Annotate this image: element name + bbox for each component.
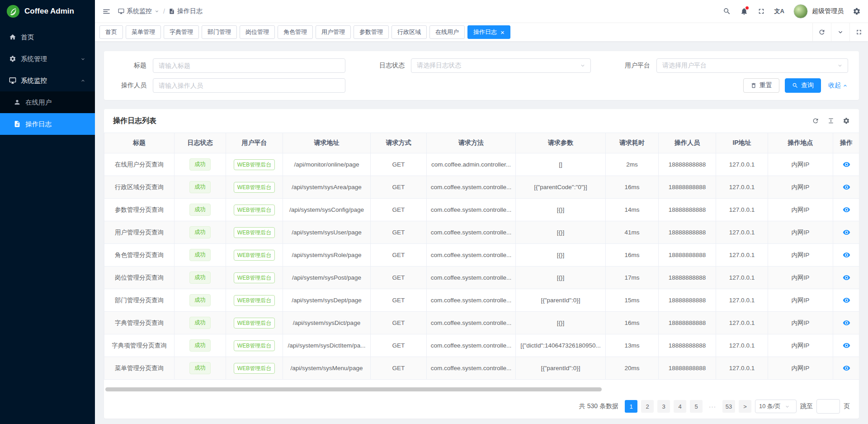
cell-params: [{}]	[516, 267, 606, 289]
tab-item[interactable]: 参数管理	[354, 25, 389, 39]
table-row: 参数管理分页查询成功WEB管理后台/api/system/sysConfig/p…	[104, 199, 859, 221]
sidebar-item-system-management[interactable]: 系统管理	[0, 48, 95, 70]
reset-button[interactable]: 重置	[743, 78, 779, 93]
notification-bell-icon[interactable]	[740, 7, 748, 15]
tab-label: 参数管理	[359, 28, 383, 36]
tab-item[interactable]: 在线用户	[429, 25, 465, 39]
tab-item[interactable]: 岗位管理	[240, 25, 275, 39]
cell-status: 成功	[175, 176, 226, 199]
monitor-icon	[9, 77, 16, 84]
page-button-53[interactable]: 53	[722, 400, 735, 413]
app-logo[interactable]: Coffee Admin	[0, 0, 95, 23]
search-button[interactable]: 查询	[785, 78, 821, 93]
tab-item[interactable]: 行政区域	[392, 25, 427, 39]
language-switch-icon[interactable]: 文A	[774, 7, 784, 15]
view-detail-icon[interactable]	[843, 183, 850, 191]
sidebar-item-label: 系统管理	[21, 55, 47, 63]
app-root: Coffee Admin 首页 系统管理 系统监控 在线用户	[0, 0, 868, 424]
page-button-2[interactable]: 2	[641, 400, 654, 413]
table-row: 菜单管理分页查询成功WEB管理后台/api/system/sysMenu/pag…	[104, 357, 859, 380]
page-list: 12345···53	[625, 400, 735, 413]
filter-platform-select[interactable]: 请选择用户平台	[656, 58, 848, 73]
cell-params: [{"parentCode":"0"}]	[516, 176, 606, 199]
search-icon[interactable]	[723, 7, 731, 15]
cell-url: /api/system/sysMenu/page	[283, 357, 371, 380]
fullscreen-icon[interactable]	[757, 7, 765, 15]
view-detail-icon[interactable]	[843, 364, 850, 372]
content-fullscreen-icon[interactable]	[849, 23, 868, 41]
tab-item[interactable]: 字典管理	[164, 25, 199, 39]
page-button-1[interactable]: 1	[625, 400, 637, 413]
refresh-tabs-icon[interactable]	[812, 23, 831, 41]
status-badge: 成功	[189, 249, 211, 261]
cell-status: 成功	[175, 244, 226, 267]
scrollbar-thumb[interactable]	[105, 387, 602, 391]
cell-operator: 18888888888	[659, 153, 716, 176]
breadcrumb-item-monitor[interactable]: 系统监控	[118, 7, 160, 15]
sidebar-item-online-users[interactable]: 在线用户	[0, 91, 95, 113]
collapse-filters-link[interactable]: 收起	[828, 81, 848, 90]
page-button-5[interactable]: 5	[690, 400, 703, 413]
filter-panel: 标题 日志状态 请选择日志状态 用户平台 请选择用户平台	[104, 51, 859, 100]
cell-url: /api/system/sysDict/page	[283, 312, 371, 334]
table-header-row: 标题日志状态用户平台请求地址请求方式请求方法请求参数请求耗时操作人员IP地址操作…	[104, 133, 859, 153]
tab-item[interactable]: 首页	[99, 25, 123, 39]
cell-location: 内网IP	[768, 289, 833, 312]
view-detail-icon[interactable]	[843, 206, 850, 214]
collapse-label: 收起	[828, 81, 841, 90]
view-detail-icon[interactable]	[843, 319, 850, 327]
cell-platform: WEB管理后台	[226, 199, 283, 221]
user-menu[interactable]: 超级管理员	[793, 4, 844, 19]
filter-operator-input[interactable]	[153, 78, 345, 93]
page-size-select[interactable]: 10 条/页	[755, 400, 797, 413]
tab-options-chevron-icon[interactable]	[831, 23, 849, 41]
filter-title-input[interactable]	[153, 58, 345, 73]
page-button-4[interactable]: 4	[674, 400, 686, 413]
settings-icon[interactable]	[853, 7, 861, 15]
jump-page-input[interactable]	[816, 399, 840, 414]
cell-params: [{}]	[516, 199, 606, 221]
table-row: 岗位管理分页查询成功WEB管理后台/api/system/sysPost/pag…	[104, 267, 859, 289]
horizontal-scrollbar[interactable]	[105, 387, 858, 391]
page-button-3[interactable]: 3	[657, 400, 670, 413]
user-name: 超级管理员	[812, 7, 844, 15]
sidebar-item-home[interactable]: 首页	[0, 26, 95, 48]
cell-action	[833, 267, 859, 289]
density-icon[interactable]	[827, 117, 835, 124]
cell-location: 内网IP	[768, 267, 833, 289]
view-detail-icon[interactable]	[843, 251, 850, 259]
view-detail-icon[interactable]	[843, 342, 850, 349]
refresh-table-icon[interactable]	[812, 117, 819, 124]
sidebar-item-operation-logs[interactable]: 操作日志	[0, 113, 95, 135]
log-list-card: 操作日志列表 标题日志状态用户平台请求地址请求方式请求方法请求参数请求耗时操作人…	[104, 109, 859, 419]
cell-operator: 18888888888	[659, 289, 716, 312]
next-page-button[interactable]: >	[739, 400, 751, 413]
filter-status-select[interactable]: 请选择日志状态	[411, 58, 591, 73]
tab-item[interactable]: 部门管理	[202, 25, 237, 39]
tab-item[interactable]: 操作日志×	[467, 25, 510, 39]
view-detail-icon[interactable]	[843, 161, 850, 168]
tab-item[interactable]: 用户管理	[316, 25, 351, 39]
cell-operator: 18888888888	[659, 312, 716, 334]
cell-ip: 127.0.0.1	[716, 221, 768, 244]
sidebar-collapse-icon[interactable]	[102, 7, 111, 16]
cell-action	[833, 357, 859, 380]
breadcrumb-label: 系统监控	[127, 7, 152, 15]
view-detail-icon[interactable]	[843, 296, 850, 304]
cell-platform: WEB管理后台	[226, 334, 283, 357]
status-badge: 成功	[189, 204, 211, 216]
sidebar-item-system-monitor[interactable]: 系统监控	[0, 70, 95, 91]
column-settings-icon[interactable]	[843, 117, 850, 124]
view-detail-icon[interactable]	[843, 274, 850, 281]
view-detail-icon[interactable]	[843, 229, 850, 236]
tab-item[interactable]: 菜单管理	[126, 25, 161, 39]
tab-close-icon[interactable]: ×	[500, 29, 505, 36]
cell-func: com.coffee.system.controlle...	[427, 334, 516, 357]
cell-platform: WEB管理后台	[226, 244, 283, 267]
filter-platform-group: 用户平台 请选择用户平台	[618, 58, 848, 73]
cell-action	[833, 221, 859, 244]
tab-label: 菜单管理	[132, 28, 155, 36]
cell-platform: WEB管理后台	[226, 289, 283, 312]
tab-item[interactable]: 角色管理	[278, 25, 313, 39]
filter-actions: 重置 查询 收起	[743, 78, 848, 93]
